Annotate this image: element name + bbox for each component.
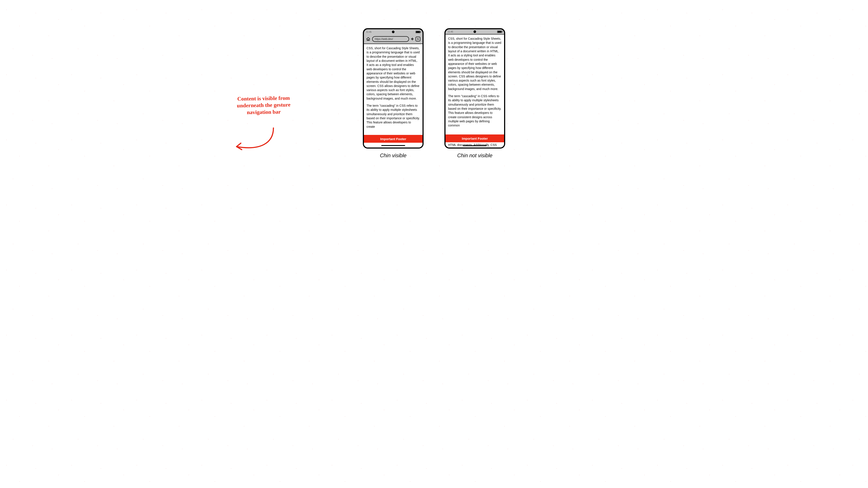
- footer-label: Important Footer: [380, 137, 406, 141]
- status-bar: 11:45: [364, 29, 423, 34]
- status-time: 11:45: [448, 31, 453, 33]
- new-tab-icon[interactable]: +: [411, 36, 414, 42]
- page-content: CSS, short for Cascading Style Sheets, i…: [445, 34, 504, 133]
- page-content: CSS, short for Cascading Style Sheets, i…: [364, 44, 423, 134]
- left-column: 11:45 https://web.dev/: [363, 28, 424, 159]
- gesture-bar-icon: [463, 145, 487, 146]
- front-camera-icon: [473, 30, 476, 33]
- address-bar[interactable]: https://web.dev/: [372, 36, 409, 42]
- tab-switcher-button[interactable]: 5: [415, 37, 420, 41]
- right-column: 11:45 CSS, short for Cascading Style She…: [444, 28, 505, 159]
- phone-mockup-left: 11:45 https://web.dev/: [363, 28, 424, 149]
- page-viewport[interactable]: CSS, short for Cascading Style Sheets, i…: [445, 34, 504, 148]
- battery-icon: [497, 31, 502, 33]
- phone-mockup-right: 11:45 CSS, short for Cascading Style She…: [444, 28, 505, 149]
- front-camera-icon: [392, 31, 395, 33]
- content-under-chin: HTML documents. Additionally, CSS: [445, 142, 504, 148]
- paragraph: The term "cascading" in CSS refers to it…: [448, 94, 501, 128]
- url-text: https://web.dev/: [375, 37, 393, 40]
- diagram-stage: 11:45 https://web.dev/: [0, 0, 868, 488]
- paragraph: CSS, short for Cascading Style Sheets, i…: [448, 37, 501, 91]
- tab-count: 5: [417, 38, 418, 40]
- sticky-footer[interactable]: Important Footer: [445, 134, 504, 142]
- battery-icon: [415, 31, 420, 33]
- browser-chrome: https://web.dev/ + 5: [364, 34, 423, 44]
- gesture-bar-icon: [381, 145, 405, 146]
- home-icon[interactable]: [366, 37, 370, 41]
- status-time: 11:45: [366, 31, 372, 33]
- sticky-footer[interactable]: Important Footer: [364, 135, 423, 143]
- annotation-arrow-icon: [230, 126, 278, 154]
- caption-right: Chin not visible: [457, 153, 493, 159]
- paragraph: The term "cascading" in CSS refers to it…: [367, 104, 420, 129]
- page-viewport[interactable]: CSS, short for Cascading Style Sheets, i…: [364, 44, 423, 148]
- status-bar: 11:45: [445, 29, 504, 34]
- paragraph: CSS, short for Cascading Style Sheets, i…: [367, 46, 420, 101]
- handwritten-annotation: Content is visible from underneath the g…: [235, 95, 292, 116]
- caption-left: Chin visible: [380, 153, 407, 159]
- footer-label: Important Footer: [462, 137, 488, 140]
